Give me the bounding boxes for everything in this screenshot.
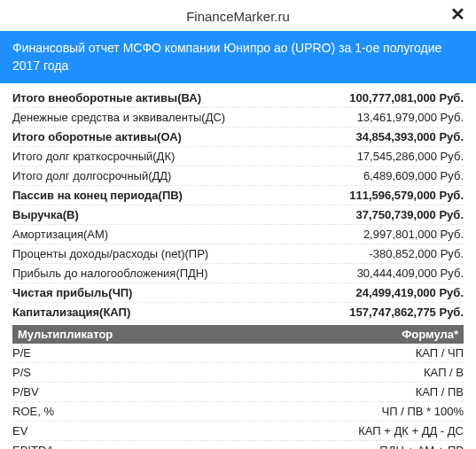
finance-row-label: Пассив на конец периода(ПВ) [12,189,342,202]
finance-row: Выручка(В)37,750,739,000 Руб. [12,205,464,225]
finance-row-value: 111,596,579,000 Руб. [342,189,464,202]
finance-row-value: 100,777,081,000 Руб. [342,91,464,105]
finance-row-value: 13,461,979,000 Руб. [350,111,464,124]
finance-row-label: Прибыль до налогообложения(ПДН) [12,267,350,280]
finance-row: Амортизация(АМ)2,997,801,000 Руб. [12,225,464,244]
multipliers-header: Мультипликатор Формула* [12,325,464,344]
finance-row: Итого внеоборотные активы(ВА)100,777,081… [12,89,464,108]
multiplier-row: EVКАП + ДК + ДД - ДС [12,422,464,441]
finance-row: Итого долг долгосрочный(ДД)6,489,609,000… [12,166,464,186]
finance-row-label: Итого оборотные активы(ОА) [12,130,348,143]
finance-row: Капитализация(КАП)157,747,862,775 Руб. [12,303,464,321]
multiplier-label: ROE, % [12,405,375,418]
report-title-banner: Финансовый отчет МСФО компании Юнипро ао… [0,31,476,83]
multiplier-formula: ПДН + АМ + ПР [372,444,464,449]
multiplier-formula: КАП + ДК + ДД - ДС [351,424,464,437]
close-icon[interactable]: ✕ [450,5,465,23]
site-title: FinanceMarker.ru [186,9,290,24]
multiplier-label: P/S [12,366,417,379]
finance-row: Денежные средства и эквиваленты(ДС)13,46… [12,108,464,128]
multiplier-row: P/BVКАП / ПВ [12,383,464,402]
finance-row-label: Чистая прибыль(ЧП) [12,286,348,299]
finance-row-label: Проценты доходы/расходы (net)(ПР) [12,247,362,260]
finance-row: Чистая прибыль(ЧП)24,499,419,000 Руб. [12,283,464,303]
finance-row-value: 30,444,409,000 Руб. [350,267,464,280]
multiplier-formula: КАП / В [417,366,464,379]
multiplier-label: P/E [12,346,409,360]
finance-row-label: Капитализация(КАП) [12,306,342,319]
finance-row-label: Денежные средства и эквиваленты(ДС) [12,111,350,124]
finance-row-value: 6,489,609,000 Руб. [356,169,464,182]
multiplier-label: EV [12,424,351,437]
multiplier-row: EBITDAПДН + АМ + ПР [12,441,464,449]
multiplier-row: ROE, %ЧП / ПВ * 100% [12,402,464,422]
finance-row-label: Итого внеоборотные активы(ВА) [12,91,342,105]
finance-row-label: Амортизация(АМ) [12,228,356,241]
modal-header: FinanceMarker.ru ✕ [0,0,476,31]
multiplier-label: P/BV [12,385,409,399]
multipliers-header-left: Мультипликатор [18,328,113,341]
finance-row: Прибыль до налогообложения(ПДН)30,444,40… [12,264,464,283]
finance-row-label: Итого долг долгосрочный(ДД) [12,169,356,182]
finance-row: Пассив на конец периода(ПВ)111,596,579,0… [12,186,464,205]
multiplier-row: P/SКАП / В [12,363,464,383]
multiplier-label: EBITDA [12,444,372,449]
finance-row: Итого долг краткосрочный(ДК)17,545,286,0… [12,147,464,166]
multiplier-row: P/EКАП / ЧП [12,344,464,363]
finance-row-label: Выручка(В) [12,208,348,221]
finance-row-label: Итого долг краткосрочный(ДК) [12,150,350,163]
finance-row: Проценты доходы/расходы (net)(ПР)-380,85… [12,244,464,264]
multipliers-header-right: Формула* [402,328,458,341]
finance-row-value: 17,545,286,000 Руб. [350,150,464,163]
multiplier-formula: КАП / ПВ [409,385,464,399]
multiplier-formula: КАП / ЧП [409,346,464,360]
finance-row: Итого оборотные активы(ОА)34,854,393,000… [12,128,464,147]
multiplier-formula: ЧП / ПВ * 100% [375,405,464,418]
finance-row-value: 34,854,393,000 Руб. [348,130,464,143]
finance-row-value: 157,747,862,775 Руб. [342,306,464,319]
finance-row-value: 37,750,739,000 Руб. [348,208,464,221]
finance-row-value: 24,499,419,000 Руб. [348,286,464,299]
report-content: Итого внеоборотные активы(ВА)100,777,081… [0,83,476,449]
finance-row-value: 2,997,801,000 Руб. [356,228,464,241]
finance-row-value: -380,852,000 Руб. [362,247,464,260]
